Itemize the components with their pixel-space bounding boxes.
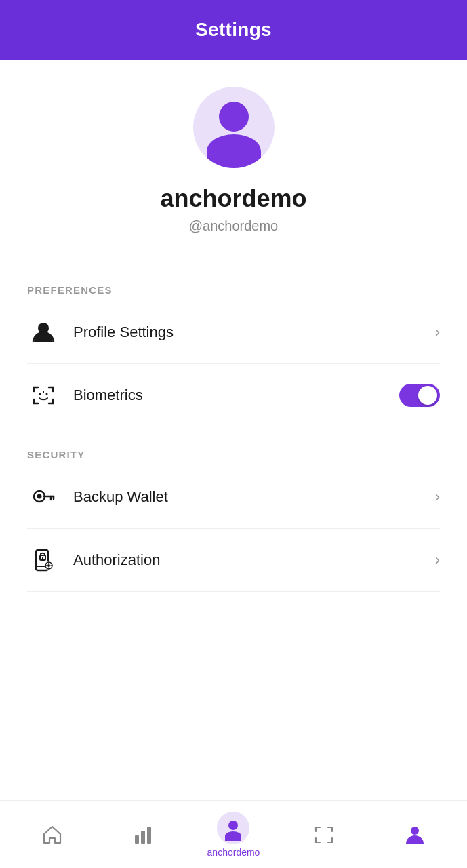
bar-chart-icon <box>131 823 155 846</box>
nav-scan[interactable] <box>279 818 369 852</box>
svg-point-15 <box>47 564 50 567</box>
key-icon <box>27 481 60 513</box>
nav-stats[interactable] <box>98 818 188 852</box>
profile-section: anchordemo @anchordemo <box>0 60 467 248</box>
scan-icon <box>312 823 336 846</box>
phone-lock-icon <box>27 544 60 576</box>
chevron-right-icon: › <box>435 323 440 341</box>
svg-rect-21 <box>141 831 145 844</box>
profile-settings-label: Profile Settings <box>73 323 435 341</box>
person-icon <box>27 316 60 349</box>
authorization-item[interactable]: Authorization › <box>27 529 440 592</box>
svg-point-23 <box>411 827 419 835</box>
svg-rect-22 <box>147 827 151 844</box>
nav-profile[interactable]: anchordemo <box>188 806 279 863</box>
section-preferences-label: PREFERENCES <box>27 284 440 296</box>
header: Settings <box>0 0 467 60</box>
svg-point-5 <box>37 494 42 499</box>
nav-avatar-icon <box>217 812 249 844</box>
nav-person-icon <box>403 823 426 846</box>
avatar-icon <box>193 87 275 168</box>
profile-settings-item[interactable]: Profile Settings › <box>27 301 440 364</box>
svg-rect-20 <box>135 835 139 844</box>
svg-point-1 <box>39 393 41 395</box>
chevron-right-icon-3: › <box>435 551 440 569</box>
svg-point-2 <box>46 393 48 395</box>
avatar <box>193 87 275 168</box>
face-scan-icon <box>27 379 60 412</box>
biometrics-toggle[interactable] <box>399 384 440 407</box>
settings-list: PREFERENCES Profile Settings › <box>0 248 467 696</box>
backup-wallet-item[interactable]: Backup Wallet › <box>27 466 440 529</box>
section-security-label: SECURITY <box>27 449 440 460</box>
svg-point-12 <box>42 557 43 559</box>
nav-person[interactable] <box>369 818 460 852</box>
chevron-right-icon-2: › <box>435 488 440 506</box>
biometrics-label: Biometrics <box>73 387 399 404</box>
backup-wallet-label: Backup Wallet <box>73 488 435 506</box>
page-title: Settings <box>195 19 272 41</box>
user-handle: @anchordemo <box>189 218 278 234</box>
biometrics-item[interactable]: Biometrics <box>27 364 440 427</box>
home-icon <box>41 823 64 846</box>
nav-home[interactable] <box>7 818 98 852</box>
spacer <box>0 696 467 801</box>
nav-profile-label: anchordemo <box>207 847 260 858</box>
authorization-label: Authorization <box>73 551 435 569</box>
bottom-nav: anchordemo <box>0 800 467 868</box>
username: anchordemo <box>160 184 306 213</box>
